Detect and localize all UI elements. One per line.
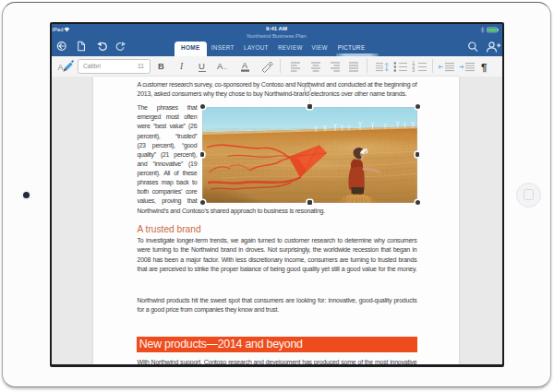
svg-text:I: I <box>179 62 184 71</box>
svg-text:B: B <box>158 61 164 71</box>
svg-text:A: A <box>242 61 247 70</box>
svg-text:..: .. <box>223 64 227 70</box>
svg-text:U: U <box>199 61 205 71</box>
svg-text:A: A <box>217 61 223 71</box>
svg-text:¶: ¶ <box>481 62 488 73</box>
svg-text:A: A <box>57 63 63 72</box>
svg-text:3: 3 <box>412 68 415 73</box>
